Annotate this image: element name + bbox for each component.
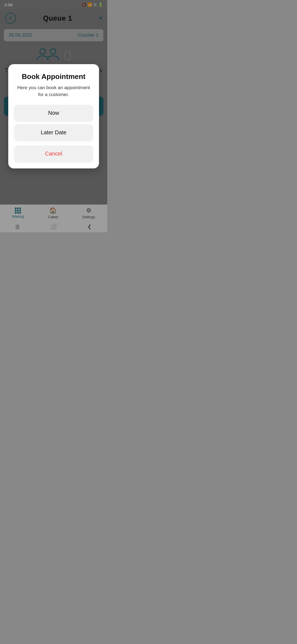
- now-button[interactable]: Now: [14, 105, 93, 121]
- later-date-button[interactable]: Later Date: [14, 124, 93, 141]
- book-appointment-modal: Book Appointment Here you can book an ap…: [8, 64, 99, 168]
- modal-description: Here you can book an appointment for a c…: [14, 84, 93, 98]
- modal-overlay: Book Appointment Here you can book an ap…: [0, 0, 107, 232]
- cancel-button[interactable]: Cancel: [14, 146, 93, 162]
- modal-title: Book Appointment: [22, 72, 86, 81]
